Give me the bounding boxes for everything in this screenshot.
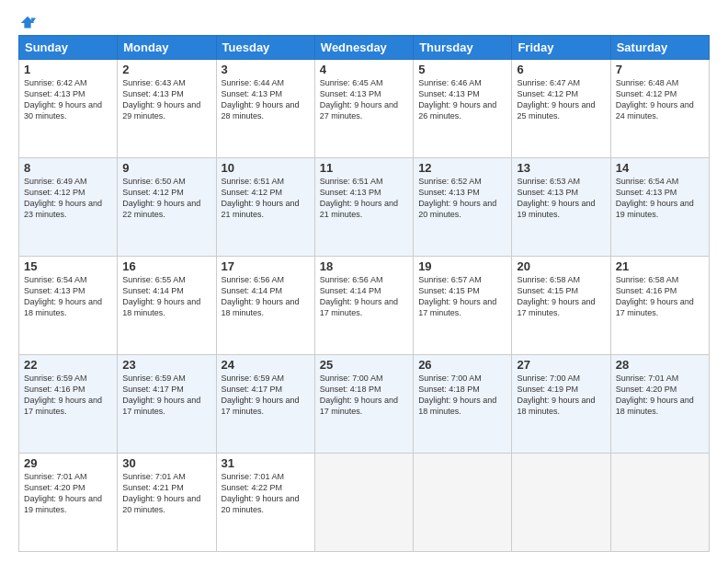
calendar-week-row-5: 29Sunrise: 7:01 AMSunset: 4:20 PMDayligh…: [19, 454, 710, 552]
day-number: 15: [24, 259, 112, 273]
logo-bird-icon: [19, 15, 36, 31]
day-info: Sunrise: 6:51 AMSunset: 4:13 PMDaylight:…: [320, 176, 408, 221]
day-info: Sunrise: 6:52 AMSunset: 4:13 PMDaylight:…: [418, 176, 506, 221]
day-number: 18: [320, 259, 408, 273]
day-number: 1: [24, 63, 112, 76]
calendar-cell: 19Sunrise: 6:57 AMSunset: 4:15 PMDayligh…: [414, 257, 512, 355]
calendar-cell: 31Sunrise: 7:01 AMSunset: 4:22 PMDayligh…: [216, 454, 314, 552]
day-info: Sunrise: 6:58 AMSunset: 4:15 PMDaylight:…: [517, 274, 605, 319]
calendar-cell: 8Sunrise: 6:49 AMSunset: 4:12 PMDaylight…: [19, 158, 118, 257]
day-info: Sunrise: 6:43 AMSunset: 4:13 PMDaylight:…: [122, 77, 210, 122]
weekday-header-thursday: Thursday: [414, 36, 512, 60]
weekday-header-tuesday: Tuesday: [216, 36, 314, 60]
calendar-cell: 22Sunrise: 6:59 AMSunset: 4:16 PMDayligh…: [19, 355, 118, 454]
calendar-cell: 21Sunrise: 6:58 AMSunset: 4:16 PMDayligh…: [610, 257, 709, 355]
day-number: 11: [320, 161, 408, 175]
day-info: Sunrise: 6:50 AMSunset: 4:12 PMDaylight:…: [122, 176, 210, 221]
day-info: Sunrise: 7:01 AMSunset: 4:20 PMDaylight:…: [616, 373, 704, 418]
day-number: 17: [222, 259, 310, 273]
day-info: Sunrise: 6:56 AMSunset: 4:14 PMDaylight:…: [320, 274, 408, 319]
day-number: 29: [24, 456, 112, 470]
day-number: 23: [122, 358, 210, 372]
calendar-cell: 24Sunrise: 6:59 AMSunset: 4:17 PMDayligh…: [216, 355, 314, 454]
calendar-cell: 20Sunrise: 6:58 AMSunset: 4:15 PMDayligh…: [512, 257, 610, 355]
day-info: Sunrise: 7:00 AMSunset: 4:19 PMDaylight:…: [517, 373, 605, 418]
day-info: Sunrise: 6:59 AMSunset: 4:16 PMDaylight:…: [24, 373, 112, 418]
day-number: 10: [222, 161, 310, 175]
day-info: Sunrise: 7:00 AMSunset: 4:18 PMDaylight:…: [418, 373, 506, 418]
calendar-cell: 25Sunrise: 7:00 AMSunset: 4:18 PMDayligh…: [314, 355, 413, 454]
day-info: Sunrise: 6:46 AMSunset: 4:13 PMDaylight:…: [418, 77, 506, 122]
calendar-cell: 12Sunrise: 6:52 AMSunset: 4:13 PMDayligh…: [414, 158, 512, 257]
calendar-cell: 15Sunrise: 6:54 AMSunset: 4:13 PMDayligh…: [19, 257, 118, 355]
day-number: 13: [517, 161, 605, 175]
calendar-week-row-1: 1Sunrise: 6:42 AMSunset: 4:13 PMDaylight…: [19, 60, 710, 158]
day-info: Sunrise: 6:54 AMSunset: 4:13 PMDaylight:…: [24, 274, 112, 319]
calendar-week-row-3: 15Sunrise: 6:54 AMSunset: 4:13 PMDayligh…: [19, 257, 710, 355]
day-number: 21: [616, 259, 704, 273]
day-number: 24: [222, 358, 310, 372]
calendar-week-row-2: 8Sunrise: 6:49 AMSunset: 4:12 PMDaylight…: [19, 158, 710, 257]
day-number: 25: [320, 358, 408, 372]
weekday-header-monday: Monday: [118, 36, 216, 60]
calendar-cell: 2Sunrise: 6:43 AMSunset: 4:13 PMDaylight…: [118, 60, 216, 158]
day-number: 16: [122, 259, 210, 273]
day-info: Sunrise: 6:44 AMSunset: 4:13 PMDaylight:…: [222, 77, 310, 122]
calendar-cell: 4Sunrise: 6:45 AMSunset: 4:13 PMDaylight…: [314, 60, 413, 158]
day-info: Sunrise: 6:54 AMSunset: 4:13 PMDaylight:…: [616, 176, 704, 221]
day-number: 7: [616, 63, 704, 76]
calendar-cell: 10Sunrise: 6:51 AMSunset: 4:12 PMDayligh…: [216, 158, 314, 257]
calendar-cell: 28Sunrise: 7:01 AMSunset: 4:20 PMDayligh…: [610, 355, 709, 454]
day-number: 3: [222, 63, 310, 76]
calendar-week-row-4: 22Sunrise: 6:59 AMSunset: 4:16 PMDayligh…: [19, 355, 710, 454]
day-info: Sunrise: 7:01 AMSunset: 4:21 PMDaylight:…: [122, 471, 210, 516]
calendar-cell: [512, 454, 610, 552]
calendar-cell: 26Sunrise: 7:00 AMSunset: 4:18 PMDayligh…: [414, 355, 512, 454]
calendar-cell: [414, 454, 512, 552]
day-info: Sunrise: 6:51 AMSunset: 4:12 PMDaylight:…: [222, 176, 310, 221]
day-number: 31: [222, 456, 310, 470]
day-number: 8: [24, 161, 112, 175]
calendar-cell: 1Sunrise: 6:42 AMSunset: 4:13 PMDaylight…: [19, 60, 118, 158]
day-number: 4: [320, 63, 408, 76]
day-info: Sunrise: 6:42 AMSunset: 4:13 PMDaylight:…: [24, 77, 112, 122]
day-number: 19: [418, 259, 506, 273]
day-number: 12: [418, 161, 506, 175]
day-number: 22: [24, 358, 112, 372]
calendar-cell: 30Sunrise: 7:01 AMSunset: 4:21 PMDayligh…: [118, 454, 216, 552]
day-info: Sunrise: 6:59 AMSunset: 4:17 PMDaylight:…: [222, 373, 310, 418]
weekday-header-friday: Friday: [512, 36, 610, 60]
calendar-cell: 14Sunrise: 6:54 AMSunset: 4:13 PMDayligh…: [610, 158, 709, 257]
day-info: Sunrise: 7:01 AMSunset: 4:22 PMDaylight:…: [222, 471, 310, 516]
calendar-cell: 17Sunrise: 6:56 AMSunset: 4:14 PMDayligh…: [216, 257, 314, 355]
calendar-cell: [610, 454, 709, 552]
logo: [18, 15, 36, 28]
weekday-header-wednesday: Wednesday: [314, 36, 413, 60]
day-number: 6: [517, 63, 605, 76]
day-number: 14: [616, 161, 704, 175]
day-info: Sunrise: 7:01 AMSunset: 4:20 PMDaylight:…: [24, 471, 112, 516]
day-info: Sunrise: 6:57 AMSunset: 4:15 PMDaylight:…: [418, 274, 506, 319]
calendar-cell: 23Sunrise: 6:59 AMSunset: 4:17 PMDayligh…: [118, 355, 216, 454]
calendar-cell: 18Sunrise: 6:56 AMSunset: 4:14 PMDayligh…: [314, 257, 413, 355]
calendar-cell: [314, 454, 413, 552]
calendar-cell: 3Sunrise: 6:44 AMSunset: 4:13 PMDaylight…: [216, 60, 314, 158]
day-info: Sunrise: 6:53 AMSunset: 4:13 PMDaylight:…: [517, 176, 605, 221]
page: SundayMondayTuesdayWednesdayThursdayFrid…: [0, 0, 728, 563]
weekday-header-sunday: Sunday: [19, 36, 118, 60]
day-number: 5: [418, 63, 506, 76]
calendar-table: SundayMondayTuesdayWednesdayThursdayFrid…: [18, 35, 710, 552]
calendar-cell: 16Sunrise: 6:55 AMSunset: 4:14 PMDayligh…: [118, 257, 216, 355]
calendar-cell: 29Sunrise: 7:01 AMSunset: 4:20 PMDayligh…: [19, 454, 118, 552]
day-info: Sunrise: 6:59 AMSunset: 4:17 PMDaylight:…: [122, 373, 210, 418]
day-info: Sunrise: 6:45 AMSunset: 4:13 PMDaylight:…: [320, 77, 408, 122]
calendar-cell: 7Sunrise: 6:48 AMSunset: 4:12 PMDaylight…: [610, 60, 709, 158]
day-info: Sunrise: 6:47 AMSunset: 4:12 PMDaylight:…: [517, 77, 605, 122]
day-info: Sunrise: 6:58 AMSunset: 4:16 PMDaylight:…: [616, 274, 704, 319]
header: [18, 15, 710, 28]
day-number: 2: [122, 63, 210, 76]
day-number: 20: [517, 259, 605, 273]
day-number: 27: [517, 358, 605, 372]
day-info: Sunrise: 6:55 AMSunset: 4:14 PMDaylight:…: [122, 274, 210, 319]
day-number: 30: [122, 456, 210, 470]
